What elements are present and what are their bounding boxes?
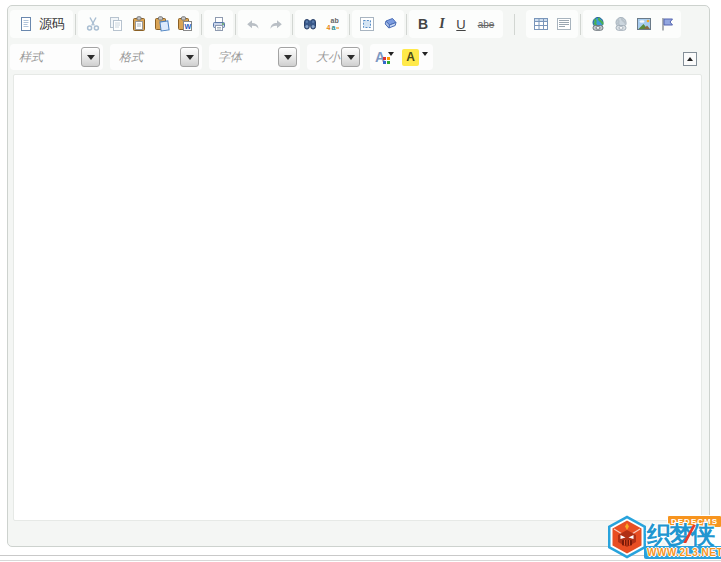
clipboard-group: W xyxy=(78,10,199,38)
chevron-down-icon xyxy=(186,55,194,60)
toolbar-separator xyxy=(201,14,202,35)
toolbar-separator xyxy=(514,14,515,35)
format-combo-arrow-button[interactable] xyxy=(180,47,199,67)
link-icon xyxy=(590,16,606,32)
font-combo-arrow-button[interactable] xyxy=(278,47,297,67)
paste-button[interactable] xyxy=(127,12,150,36)
toolbar-collapse-button[interactable] xyxy=(683,52,697,66)
style-combo-label: 样式 xyxy=(10,49,43,66)
source-icon xyxy=(18,16,34,32)
chevron-down-icon xyxy=(388,52,394,56)
watermark-url: WWW.2L3.NET xyxy=(644,546,721,559)
style-combo-arrow-button[interactable] xyxy=(81,47,100,67)
link-button[interactable] xyxy=(586,12,609,36)
toolbar-separator xyxy=(349,14,350,35)
undo-button[interactable] xyxy=(241,12,264,36)
table-button[interactable] xyxy=(529,12,552,36)
underline-label: U xyxy=(456,17,465,32)
background-color-icon: A xyxy=(402,49,419,66)
svg-text:a: a xyxy=(331,24,335,31)
hexagon-mascot-icon xyxy=(606,515,648,559)
redo-icon xyxy=(268,16,284,32)
text-color-icon: A xyxy=(375,49,385,65)
chevron-down-icon xyxy=(87,55,95,60)
redo-button[interactable] xyxy=(264,12,287,36)
toolbar-separator xyxy=(406,14,407,35)
find-replace-group: ab4a xyxy=(295,10,347,38)
paste-word-button[interactable]: W xyxy=(173,12,196,36)
font-combo[interactable]: 字体 xyxy=(209,44,300,70)
select-erase-group xyxy=(352,10,404,38)
paste-icon xyxy=(131,16,147,32)
print-group xyxy=(204,10,233,38)
horizontal-line-button[interactable] xyxy=(552,12,575,36)
undo-redo-group xyxy=(238,10,290,38)
table-group xyxy=(526,10,578,38)
toolbar-row-1: 源码 W ab4a B I xyxy=(10,10,703,38)
table-icon xyxy=(533,16,549,32)
chevron-down-icon xyxy=(347,55,355,60)
editor-content-area[interactable] xyxy=(13,74,702,521)
flag-icon xyxy=(659,16,675,32)
format-combo-label: 格式 xyxy=(110,49,143,66)
toolbar-separator xyxy=(580,14,581,35)
chevron-down-icon xyxy=(284,55,292,60)
strikethrough-label: abe xyxy=(478,19,495,30)
toolbar-separator xyxy=(235,14,236,35)
chevron-down-icon xyxy=(422,52,428,56)
paste-text-icon xyxy=(154,16,170,32)
text-color-button[interactable]: A xyxy=(375,49,394,65)
unlink-button[interactable] xyxy=(609,12,632,36)
format-group: B I U abe xyxy=(409,10,503,38)
insert-group xyxy=(583,10,681,38)
size-combo[interactable]: 大小 xyxy=(307,44,363,70)
svg-text:W: W xyxy=(184,23,191,30)
replace-button[interactable]: ab4a xyxy=(321,12,344,36)
select-all-button[interactable] xyxy=(355,12,378,36)
toolbar-separator xyxy=(75,14,76,35)
print-icon xyxy=(211,16,227,32)
image-icon xyxy=(636,16,652,32)
italic-button[interactable]: I xyxy=(434,12,450,36)
cut-icon xyxy=(85,16,101,32)
paste-text-button[interactable] xyxy=(150,12,173,36)
print-button[interactable] xyxy=(207,12,230,36)
svg-text:ab: ab xyxy=(330,17,338,24)
underline-button[interactable]: U xyxy=(450,12,472,36)
font-combo-label: 字体 xyxy=(209,49,242,66)
size-combo-label: 大小 xyxy=(307,49,340,66)
style-combo[interactable]: 样式 xyxy=(10,44,103,70)
horizontal-line-icon xyxy=(556,16,572,32)
color-group: A A xyxy=(370,44,433,70)
bold-button[interactable]: B xyxy=(412,12,434,36)
eraser-icon xyxy=(382,16,398,32)
toolbar-row-2: 样式 格式 字体 大小 A A xyxy=(10,44,703,70)
copy-icon xyxy=(108,16,124,32)
source-button[interactable]: 源码 xyxy=(10,10,73,38)
toolbar-separator xyxy=(292,14,293,35)
format-combo[interactable]: 格式 xyxy=(110,44,202,70)
background-color-button[interactable]: A xyxy=(402,49,428,66)
strikethrough-button[interactable]: abe xyxy=(472,12,500,36)
source-button-label: 源码 xyxy=(39,15,65,33)
size-combo-arrow-button[interactable] xyxy=(341,47,360,67)
collapse-up-icon xyxy=(687,57,693,61)
undo-icon xyxy=(245,16,261,32)
copy-button[interactable] xyxy=(104,12,127,36)
replace-icon: ab4a xyxy=(325,16,341,32)
flag-button[interactable] xyxy=(655,12,678,36)
image-button[interactable] xyxy=(632,12,655,36)
watermark-logo: 织梦侠 DEDECMS WWW.2L3.NET xyxy=(604,513,721,562)
remove-format-button[interactable] xyxy=(378,12,401,36)
select-all-icon xyxy=(359,16,375,32)
svg-text:4: 4 xyxy=(326,24,330,31)
editor-container: 源码 W ab4a B I xyxy=(7,5,710,547)
italic-label: I xyxy=(439,16,444,32)
find-icon xyxy=(302,16,318,32)
find-button[interactable] xyxy=(298,12,321,36)
unlink-icon xyxy=(613,16,629,32)
cut-button[interactable] xyxy=(81,12,104,36)
bold-label: B xyxy=(418,16,428,32)
paste-word-icon: W xyxy=(177,16,193,32)
